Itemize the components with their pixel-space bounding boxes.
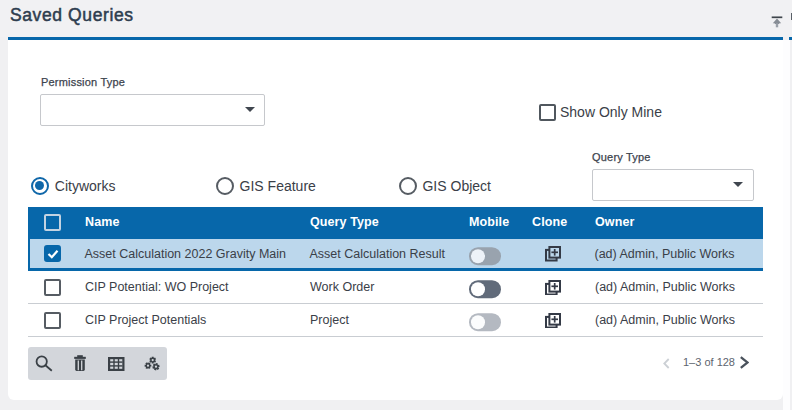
mobile-toggle[interactable]: [469, 313, 501, 331]
mobile-toggle[interactable]: [469, 280, 501, 298]
row-query-type: Asset Calculation Result: [310, 247, 465, 261]
clone-button[interactable]: [545, 280, 561, 296]
toggle-knob: [471, 282, 485, 296]
column-header-query-type[interactable]: Query Type: [310, 215, 465, 229]
radio-gis-object[interactable]: GIS Object: [399, 177, 491, 195]
clone-button[interactable]: [545, 246, 561, 262]
permission-type-select[interactable]: [40, 94, 265, 126]
column-header-owner[interactable]: Owner: [595, 215, 763, 229]
pagination-range: 1–3 of 128: [683, 356, 735, 368]
radio-cityworks[interactable]: Cityworks: [31, 177, 115, 195]
show-only-mine-row: Show Only Mine: [539, 104, 662, 121]
row-checkbox[interactable]: [44, 312, 61, 329]
trash-icon: [72, 354, 88, 372]
column-header-name[interactable]: Name: [85, 215, 310, 229]
radio-unselected-icon: [216, 177, 234, 195]
scrollbar-track[interactable]: [783, 40, 790, 410]
query-type-label: Query Type: [592, 151, 651, 163]
table-row[interactable]: Asset Calculation 2022 Gravity Main Asse…: [28, 237, 763, 271]
toggle-knob: [471, 315, 485, 329]
toggle-knob: [471, 249, 485, 263]
page-title: Saved Queries: [10, 5, 134, 26]
row-query-type: Work Order: [310, 280, 465, 294]
caret-down-icon: [245, 107, 255, 112]
radio-unselected-icon: [399, 177, 417, 195]
column-header-mobile[interactable]: Mobile: [465, 215, 530, 229]
permission-type-label: Permission Type: [41, 76, 125, 88]
next-page-icon[interactable]: [739, 356, 749, 369]
delete-button[interactable]: [68, 351, 92, 375]
row-name: Asset Calculation 2022 Gravity Main: [85, 247, 310, 261]
table-view-button[interactable]: [104, 352, 128, 376]
prev-page-icon[interactable]: [663, 358, 670, 369]
radio-selected-icon: [31, 177, 49, 195]
settings-button[interactable]: [142, 352, 166, 376]
row-owner: (ad) Admin, Public Works: [595, 313, 763, 327]
row-name: CIP Project Potentials: [85, 313, 310, 327]
table-toolbar: [28, 347, 167, 380]
search-icon: [34, 354, 54, 374]
row-checkbox[interactable]: [44, 245, 61, 262]
query-type-select[interactable]: [592, 169, 754, 201]
checkmark-icon: [46, 247, 60, 261]
caret-down-icon: [733, 182, 743, 187]
collapse-to-top-icon: [771, 11, 783, 29]
select-all-checkbox[interactable]: [44, 214, 61, 231]
table-row[interactable]: CIP Project Potentials Project (ad) Admi…: [28, 304, 763, 337]
row-query-type: Project: [310, 313, 465, 327]
radio-gis-feature[interactable]: GIS Feature: [216, 177, 316, 195]
clone-button[interactable]: [545, 313, 561, 329]
pagination: 1–3 of 128: [655, 352, 765, 374]
show-only-mine-checkbox[interactable]: [539, 104, 556, 121]
collapse-to-top-button[interactable]: [771, 11, 783, 29]
settings-gears-icon: [142, 352, 166, 376]
saved-queries-table: Name Query Type Mobile Clone Owner Asset…: [28, 207, 763, 337]
column-header-clone[interactable]: Clone: [530, 215, 595, 229]
table-view-icon: [108, 357, 125, 371]
table-header-row: Name Query Type Mobile Clone Owner: [28, 207, 763, 237]
row-name: CIP Potential: WO Project: [85, 280, 310, 294]
row-checkbox[interactable]: [44, 279, 61, 296]
search-button[interactable]: [32, 352, 56, 376]
mobile-toggle[interactable]: [469, 247, 501, 265]
show-only-mine-label: Show Only Mine: [560, 104, 662, 120]
row-owner: (ad) Admin, Public Works: [595, 280, 763, 294]
row-owner: (ad) Admin, Public Works: [595, 247, 764, 261]
table-row[interactable]: CIP Potential: WO Project Work Order (ad…: [28, 271, 763, 304]
